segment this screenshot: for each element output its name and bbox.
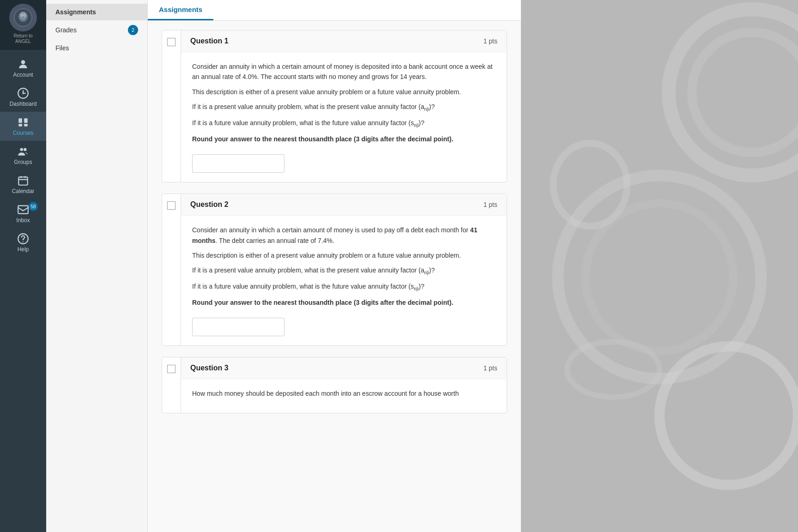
sidebar-item-groups[interactable]: Groups bbox=[0, 141, 46, 170]
q2-body: Question 2 1 pts Consider an annuity in … bbox=[181, 194, 507, 345]
q1-title: Question 1 bbox=[190, 37, 229, 45]
question-card-2: Question 2 1 pts Consider an annuity in … bbox=[162, 193, 507, 346]
sidebar-item-account[interactable]: Account bbox=[0, 54, 46, 83]
q1-content: Consider an annuity in which a certain a… bbox=[181, 52, 507, 182]
q2-p2: This description is either of a present … bbox=[192, 250, 496, 260]
main-header: Assignments bbox=[148, 0, 521, 21]
q3-checkbox[interactable] bbox=[167, 365, 175, 373]
course-nav-grades[interactable]: Grades 2 bbox=[46, 20, 147, 40]
course-nav-assignments[interactable]: Assignments bbox=[46, 4, 147, 20]
sidebar-top: Return toANGEL bbox=[0, 0, 46, 50]
sidebar-courses-label: Courses bbox=[13, 130, 34, 136]
sidebar-groups-label: Groups bbox=[14, 159, 32, 165]
q1-p4: If it is a future value annuity problem,… bbox=[192, 118, 496, 129]
q2-p1: Consider an annuity in which a certain a… bbox=[192, 225, 496, 246]
course-nav: Assignments Grades 2 Files bbox=[46, 0, 148, 532]
svg-point-6 bbox=[24, 15, 25, 16]
sidebar-nav: Account Dashboard Courses bbox=[0, 50, 46, 532]
q2-p5: Round your answer to the nearest thousan… bbox=[192, 297, 496, 308]
q3-pts: 1 pts bbox=[484, 364, 497, 372]
q3-title: Question 3 bbox=[190, 364, 229, 372]
q2-p3: If it is a present value annuity problem… bbox=[192, 265, 496, 277]
sidebar-calendar-label: Calendar bbox=[12, 188, 35, 194]
question-card-1: Question 1 1 pts Consider an annuity in … bbox=[162, 30, 507, 182]
svg-point-15 bbox=[20, 148, 24, 151]
q1-p1: Consider an annuity in which a certain a… bbox=[192, 61, 496, 82]
svg-rect-13 bbox=[18, 124, 22, 126]
sidebar-help-label: Help bbox=[18, 246, 29, 253]
svg-point-7 bbox=[22, 17, 24, 18]
inbox-badge: 58 bbox=[29, 202, 38, 211]
main-content: Assignments Question 1 1 pts Consider an… bbox=[148, 0, 521, 532]
sidebar-item-calendar[interactable]: Calendar bbox=[0, 170, 46, 199]
q2-answer-input[interactable] bbox=[192, 318, 284, 336]
q2-p4: If it is a future value annuity problem,… bbox=[192, 281, 496, 293]
main-assignments-tab[interactable]: Assignments bbox=[148, 0, 213, 20]
svg-point-5 bbox=[21, 15, 22, 16]
background-right bbox=[521, 0, 798, 532]
grades-badge: 2 bbox=[128, 25, 138, 35]
q1-p2: This description is either of a present … bbox=[192, 87, 496, 97]
svg-point-8 bbox=[21, 60, 25, 64]
q1-pts: 1 pts bbox=[484, 37, 497, 45]
sidebar-account-label: Account bbox=[13, 72, 33, 78]
sidebar-dashboard-label: Dashboard bbox=[10, 101, 37, 107]
q3-content: How much money should be deposited each … bbox=[181, 379, 507, 412]
q1-body: Question 1 1 pts Consider an annuity in … bbox=[181, 30, 507, 182]
q3-p1: How much money should be deposited each … bbox=[192, 388, 496, 399]
sidebar: Return toANGEL Account Dashboard bbox=[0, 0, 46, 532]
q2-content: Consider an annuity in which a certain a… bbox=[181, 216, 507, 345]
sidebar-item-inbox[interactable]: 58 Inbox bbox=[0, 199, 46, 228]
question-card-3: Question 3 1 pts How much money should b… bbox=[162, 357, 507, 413]
sidebar-item-courses[interactable]: Courses bbox=[0, 112, 46, 141]
sidebar-item-dashboard[interactable]: Dashboard bbox=[0, 83, 46, 112]
q1-p3: If it is a present value annuity problem… bbox=[192, 102, 496, 113]
q2-pts: 1 pts bbox=[484, 201, 497, 208]
svg-rect-12 bbox=[24, 118, 28, 123]
q2-header: Question 2 1 pts bbox=[181, 194, 507, 216]
q1-answer-input[interactable] bbox=[192, 154, 284, 173]
course-nav-files[interactable]: Files bbox=[46, 40, 147, 56]
svg-point-16 bbox=[24, 148, 27, 151]
svg-rect-11 bbox=[18, 118, 22, 123]
q2-title: Question 2 bbox=[190, 200, 229, 209]
svg-point-19 bbox=[23, 241, 24, 242]
q3-header: Question 3 1 pts bbox=[181, 357, 507, 379]
q3-body: Question 3 1 pts How much money should b… bbox=[181, 357, 507, 412]
main-body: Question 1 1 pts Consider an annuity in … bbox=[148, 21, 521, 532]
background-circles-svg bbox=[521, 0, 798, 532]
q1-checkbox[interactable] bbox=[167, 38, 175, 46]
svg-point-10 bbox=[22, 92, 24, 94]
q2-checkbox[interactable] bbox=[167, 201, 175, 210]
q2-checkbox-col bbox=[162, 194, 181, 345]
q1-header: Question 1 1 pts bbox=[181, 30, 507, 52]
svg-rect-17 bbox=[18, 177, 28, 185]
q1-checkbox-col bbox=[162, 30, 181, 182]
course-nav-items: Assignments Grades 2 Files bbox=[46, 0, 147, 60]
q1-p5: Round your answer to the nearest thousan… bbox=[192, 134, 496, 144]
q3-checkbox-col bbox=[162, 357, 181, 412]
return-label: Return toANGEL bbox=[13, 33, 32, 44]
sidebar-inbox-label: Inbox bbox=[16, 217, 30, 224]
return-to-angel-logo[interactable] bbox=[9, 4, 37, 31]
svg-rect-14 bbox=[24, 124, 28, 126]
sidebar-item-help[interactable]: Help bbox=[0, 228, 46, 257]
